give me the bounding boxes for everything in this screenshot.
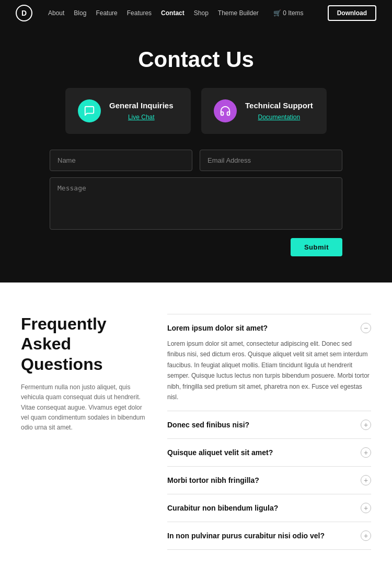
contact-cards: General Inquiries Live Chat Technical Su… [16,88,376,134]
nav-blog[interactable]: Blog [74,9,86,17]
message-textarea[interactable] [50,177,342,230]
navbar: D About Blog Feature Features Contact Sh… [0,0,392,26]
documentation-link[interactable]: Documentation [258,114,301,121]
live-chat-link[interactable]: Live Chat [128,114,155,121]
general-inquiries-info: General Inquiries Live Chat [109,101,174,121]
nav-contact[interactable]: Contact [161,9,185,17]
faq-items: Lorem ipsum dolor sit amet? − Lorem ipsu… [167,314,371,550]
faq-question-row[interactable]: Donec sed finibus nisi? + [167,420,371,430]
nav-logo: D [16,5,32,21]
faq-question-4: Curabitur non bibendum ligula? [167,504,278,512]
contact-form: Submit [50,150,342,256]
technical-support-info: Technical Support Documentation [245,101,313,121]
faq-item: Lorem ipsum dolor sit amet? − Lorem ipsu… [167,314,371,411]
faq-question-row[interactable]: Lorem ipsum dolor sit amet? − [167,323,371,333]
contact-section: Contact Us General Inquiries Live Chat [0,26,392,282]
faq-section: Frequently Asked Questions Fermentum nul… [0,282,392,565]
faq-question-2: Quisque aliquet velit sit amet? [167,448,273,457]
nav-shop[interactable]: Shop [194,9,209,17]
email-input[interactable] [200,150,342,171]
name-input[interactable] [50,150,192,171]
faq-toggle-5[interactable]: + [361,530,371,541]
faq-question-row[interactable]: Curabitur non bibendum ligula? + [167,503,371,513]
faq-question-row[interactable]: In non pulvinar purus curabitur nisi odi… [167,530,371,541]
nav-about[interactable]: About [48,9,64,17]
faq-question-row[interactable]: Morbi tortor nibh fringilla? + [167,475,371,485]
nav-theme-builder[interactable]: Theme Builder [218,9,259,17]
chat-icon [84,105,95,117]
page-title: Contact Us [16,47,376,72]
faq-question-5: In non pulvinar purus curabitur nisi odi… [167,532,325,540]
technical-support-icon-wrap [214,99,237,122]
faq-heading: Frequently Asked Questions [21,314,146,374]
technical-support-card: Technical Support Documentation [201,88,327,134]
submit-button[interactable]: Submit [291,238,342,256]
faq-question-row[interactable]: Quisque aliquet velit sit amet? + [167,447,371,458]
technical-support-title: Technical Support [245,101,313,110]
faq-left: Frequently Asked Questions Fermentum nul… [21,314,146,550]
faq-toggle-4[interactable]: + [361,503,371,513]
faq-description: Fermentum nulla non justo aliquet, quis … [21,382,146,433]
faq-toggle-1[interactable]: + [361,420,371,430]
nav-feature[interactable]: Feature [96,9,117,17]
faq-question-3: Morbi tortor nibh fringilla? [167,476,259,484]
nav-download-button[interactable]: Download [328,5,376,21]
faq-item: In non pulvinar purus curabitur nisi odi… [167,522,371,550]
faq-question-1: Donec sed finibus nisi? [167,421,249,429]
faq-item: Donec sed finibus nisi? + [167,411,371,439]
nav-cart: 🛒 0 Items [273,9,304,17]
general-inquiries-icon-wrap [78,99,101,122]
faq-answer-0: Lorem ipsum dolor sit amet, consectetur … [167,338,371,402]
faq-question-0: Lorem ipsum dolor sit amet? [167,324,268,332]
nav-features[interactable]: Features [127,9,152,17]
general-inquiries-card: General Inquiries Live Chat [65,88,191,134]
faq-toggle-3[interactable]: + [361,475,371,485]
faq-toggle-2[interactable]: + [361,447,371,458]
faq-toggle-0[interactable]: − [361,323,371,333]
headphone-icon [220,105,231,117]
faq-item: Curabitur non bibendum ligula? + [167,494,371,522]
submit-row: Submit [50,238,342,256]
form-name-email-row [50,150,342,171]
nav-links: About Blog Feature Features Contact Shop… [48,9,319,17]
general-inquiries-title: General Inquiries [109,101,174,110]
faq-item: Quisque aliquet velit sit amet? + [167,439,371,467]
faq-item: Morbi tortor nibh fringilla? + [167,467,371,494]
